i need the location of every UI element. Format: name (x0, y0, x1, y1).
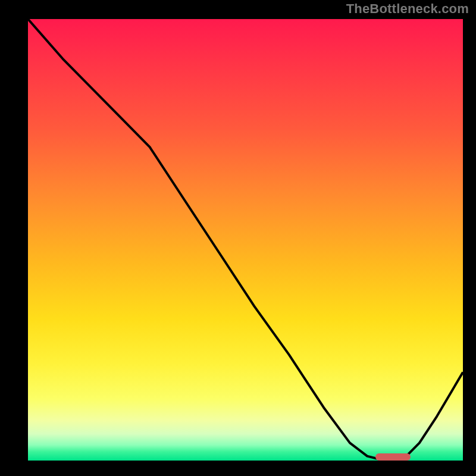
curve-path (28, 19, 463, 461)
watermark-text: TheBottleneck.com (346, 1, 469, 17)
bottleneck-curve (28, 19, 463, 461)
plot-area (26, 17, 465, 463)
optimal-range-marker (375, 453, 411, 461)
chart-frame: TheBottleneck.com (0, 0, 476, 476)
plot-outer (11, 17, 465, 466)
